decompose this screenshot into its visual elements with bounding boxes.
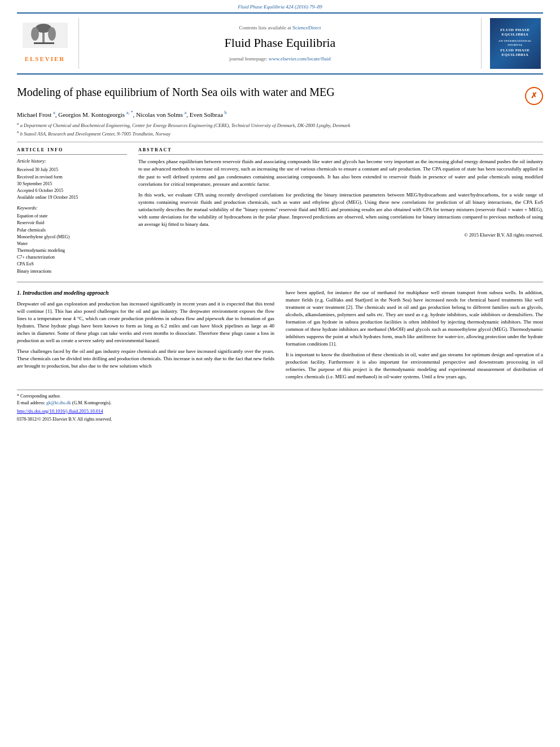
authors-line: Michael Frost a, Georgios M. Kontogeorgi… [17, 110, 543, 119]
journal-logo-box: FLUID PHASEEQUILIBRIA AN INTERNATIONALJO… [481, 18, 543, 69]
abstract-label: ABSTRACT [138, 147, 543, 155]
keyword-6: C7+ characterization [17, 254, 127, 260]
abstract-text: The complex phase equilibrium between re… [138, 158, 543, 238]
svg-rect-5 [34, 42, 54, 44]
issn-line: 0378-3812/© 2015 Elsevier B.V. All right… [17, 416, 543, 422]
keyword-4: Water [17, 241, 127, 247]
abstract-para-1: The complex phase equilibrium between re… [138, 158, 543, 187]
keywords-label: Keywords: [17, 205, 127, 212]
history-item-2: 30 September 2015 [17, 181, 127, 187]
history-item-1: Received in revised form [17, 174, 127, 180]
elsevier-logo: ELSEVIER [17, 18, 79, 69]
keyword-2: Polar chemicals [17, 227, 127, 233]
email-link[interactable]: gk@kt.dtu.dk [46, 400, 71, 405]
keyword-7: CPA EoS [17, 261, 127, 267]
journal-ref: Fluid Phase Equilibria 424 (2016) 79–89 [238, 4, 322, 10]
svg-point-4 [48, 27, 56, 41]
keyword-0: Equation of state [17, 213, 127, 219]
crossmark-badge[interactable]: ✗ [525, 87, 543, 105]
article-area: Modeling of phase equilibrium of North S… [17, 85, 543, 138]
copyright: © 2015 Elsevier B.V. All rights reserved… [138, 231, 543, 238]
history-label: Article history: [17, 158, 127, 165]
top-bar: Fluid Phase Equilibria 424 (2016) 79–89 [0, 0, 560, 12]
contents-available: Contents lists available at ScienceDirec… [90, 24, 470, 32]
abstract-col: ABSTRACT The complex phase equilibrium b… [138, 147, 543, 275]
article-info-col: ARTICLE INFO Article history: Received 3… [17, 147, 127, 275]
history-item-3: Accepted 6 October 2015 [17, 187, 127, 194]
keyword-1: Reservoir fluid [17, 220, 127, 226]
svg-point-3 [31, 27, 39, 41]
keyword-8: Binary interactions [17, 268, 127, 274]
homepage-link[interactable]: www.elsevier.com/locate/fluid [269, 56, 331, 62]
homepage-line: journal homepage: www.elsevier.com/locat… [90, 55, 470, 63]
affiliation-a: a a Department of Chemical and Biochemic… [17, 121, 543, 129]
abstract-para-2: In this work, we evaluate CPA using rece… [138, 191, 543, 228]
article-title: Modeling of phase equilibrium of North S… [17, 85, 518, 99]
doi-line: http://dx.doi.org/10.1016/j.fluid.2015.1… [17, 408, 543, 415]
body-right: have been applied, for instance the use … [286, 289, 543, 385]
sciencedirect-link[interactable]: ScienceDirect [292, 25, 321, 30]
journal-title: Fluid Phase Equilibria [90, 34, 470, 52]
journal-header: ELSEVIER Contents lists available at Sci… [17, 12, 543, 75]
journal-center-info: Contents lists available at ScienceDirec… [79, 18, 481, 69]
history-item-0: Received 30 July 2015 [17, 167, 127, 173]
body-right-text: have been applied, for instance the use … [286, 289, 543, 381]
section-1-heading: 1. Introduction and modeling approach [17, 289, 274, 297]
body-right-para-2: It is important to know the distribution… [286, 351, 543, 381]
body-left-para-2: These challenges faced by the oil and ga… [17, 348, 274, 370]
keyword-5: Thermodynamic modeling [17, 247, 127, 254]
article-info-label: ARTICLE INFO [17, 147, 127, 155]
body-left-para-1: Deepwater oil and gas exploration and pr… [17, 300, 274, 344]
elsevier-wordmark: ELSEVIER [25, 55, 65, 63]
body-section: 1. Introduction and modeling approach De… [17, 289, 543, 385]
history-item-4: Available online 19 October 2015 [17, 194, 127, 200]
info-abstract-section: ARTICLE INFO Article history: Received 3… [17, 147, 543, 275]
body-left-text: Deepwater oil and gas exploration and pr… [17, 300, 274, 370]
elsevier-logo-image [23, 23, 68, 54]
body-left: 1. Introduction and modeling approach De… [17, 289, 274, 385]
affiliation-b: b b Statoil ASA, Research and Developmen… [17, 130, 543, 137]
footnote-area: * Corresponding author. E-mail address: … [17, 390, 543, 422]
journal-logo-inner: FLUID PHASEEQUILIBRIA AN INTERNATIONALJO… [490, 18, 541, 69]
doi-link[interactable]: http://dx.doi.org/10.1016/j.fluid.2015.1… [17, 408, 103, 414]
article-title-row: Modeling of phase equilibrium of North S… [17, 85, 543, 105]
corresponding-author-note: * Corresponding author. [17, 393, 543, 399]
body-right-para-1: have been applied, for instance the use … [286, 289, 543, 348]
keyword-3: Monoethylene glycol (MEG) [17, 234, 127, 240]
email-note: E-mail address: gk@kt.dtu.dk (G.M. Konto… [17, 400, 543, 406]
